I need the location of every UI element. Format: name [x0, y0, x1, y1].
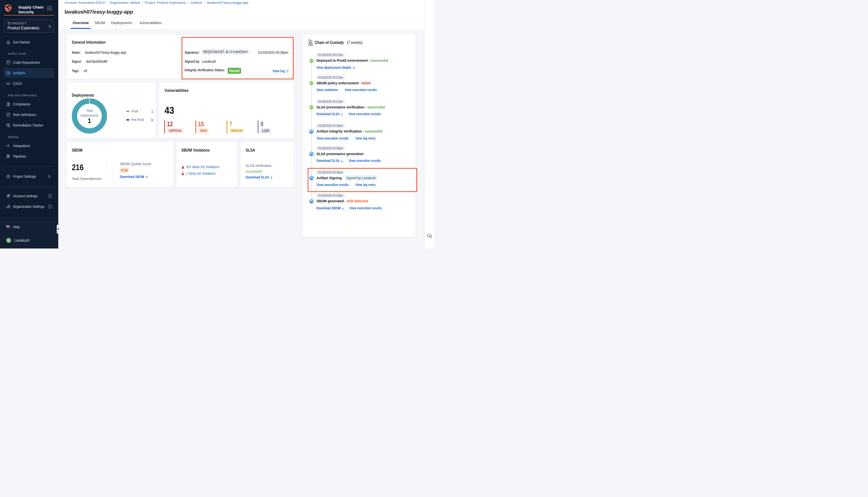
svg-text:?: ?: [7, 225, 9, 227]
